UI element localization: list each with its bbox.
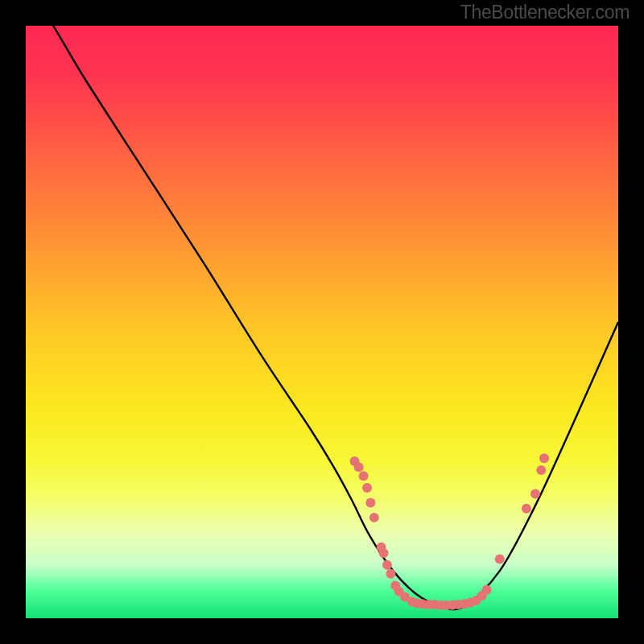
chart-svg [0,0,644,644]
data-point [365,497,375,507]
data-point [536,465,546,475]
data-point [369,513,379,522]
data-point [386,569,395,579]
data-point [495,554,505,564]
data-point [530,489,540,498]
data-point [354,462,364,472]
data-point [539,453,549,463]
data-point [379,548,389,558]
data-point [482,585,492,595]
watermark-text: TheBottleneсker.com [460,2,630,23]
data-point [359,471,369,481]
chart-container: TheBottleneсker.com [0,0,644,644]
data-point [522,504,531,514]
data-point [382,560,392,570]
data-point [362,483,372,493]
plot-background [26,26,618,618]
